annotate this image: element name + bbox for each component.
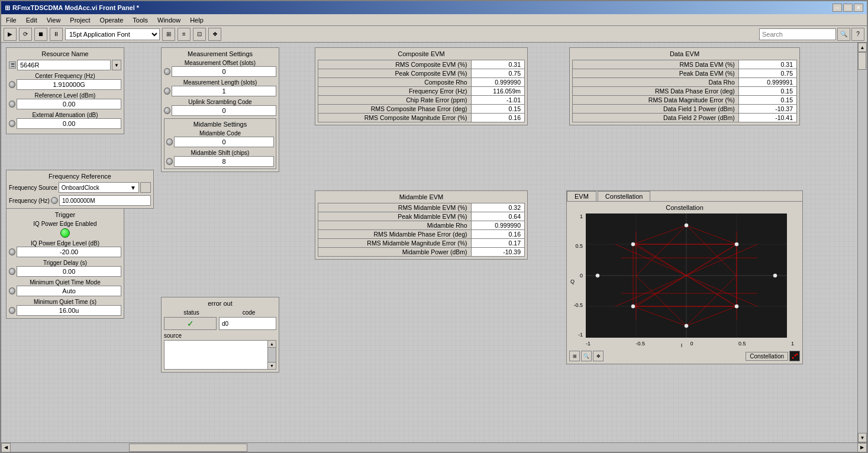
app-icon: ⊞ — [5, 4, 10, 12]
min-quiet-mode-knob[interactable] — [9, 287, 15, 295]
distribute-button[interactable]: ≡ — [178, 28, 191, 41]
scrambling-value[interactable]: 0 — [172, 105, 276, 116]
menu-view[interactable]: View — [44, 16, 63, 24]
data-evm-value-0: 0.31 — [738, 60, 796, 69]
grid-btn[interactable]: ⊞ — [569, 351, 580, 361]
run-continuously-button[interactable]: ⟳ — [19, 28, 32, 41]
table-row: RMS Data Phase Error (deg) 0.15 — [573, 87, 797, 96]
ext-atten-value[interactable]: 0.00 — [17, 118, 121, 129]
zoom-btn[interactable]: 🔍 — [581, 351, 592, 361]
freq-source-value[interactable]: OnboardClock▼ — [59, 182, 139, 193]
help-button[interactable]: ? — [851, 28, 864, 41]
min-quiet-mode-value[interactable]: Auto — [17, 286, 121, 296]
midamble-settings-panel: Midamble Settings Midamble Code 0 Midamb… — [164, 118, 276, 169]
ref-level-knob[interactable] — [9, 101, 15, 108]
svg-point-17 — [795, 355, 796, 357]
meas-offset-value[interactable]: 0 — [172, 66, 276, 77]
resource-name-value[interactable]: 5646R — [17, 60, 111, 70]
freq-hz-value[interactable]: 10.000000M — [59, 195, 151, 206]
meas-length-value[interactable]: 1 — [172, 86, 276, 96]
svg-point-13 — [596, 274, 599, 277]
ext-atten-knob[interactable] — [9, 120, 15, 127]
constellation-tab[interactable]: Constellation — [598, 191, 651, 201]
svg-point-10 — [735, 305, 738, 308]
svg-point-9 — [631, 305, 635, 308]
center-freq-value[interactable]: 1.910000G — [17, 79, 121, 90]
data-evm-label-5: Data Field 1 Power (dBm) — [573, 105, 739, 114]
iq-power-value[interactable]: -20.00 — [17, 247, 121, 257]
midamble-shift-knob[interactable] — [166, 158, 173, 165]
resource-icon: ☰ — [9, 62, 16, 69]
data-evm-value-1: 0.75 — [738, 69, 796, 78]
menu-edit[interactable]: Edit — [24, 16, 40, 24]
iq-power-knob[interactable] — [9, 248, 15, 255]
meas-length-knob[interactable] — [164, 88, 170, 95]
center-freq-knob[interactable] — [9, 81, 15, 88]
midamble-evm-label-5: Midamble Power (dBm) — [318, 248, 472, 257]
midamble-code-knob[interactable] — [166, 138, 173, 145]
trigger-delay-value[interactable]: 0.00 — [17, 266, 121, 277]
data-evm-value-3: 0.15 — [738, 87, 796, 96]
scroll-right-button[interactable]: ▶ — [857, 443, 867, 452]
search-area: 🔍 ? — [759, 28, 864, 41]
menu-window[interactable]: Window — [155, 16, 183, 24]
scrambling-label: Uplink Scrambling Code — [164, 99, 276, 105]
meas-offset-knob[interactable] — [164, 68, 170, 75]
trigger-delay-knob[interactable] — [9, 268, 15, 275]
menu-tools[interactable]: Tools — [130, 16, 150, 24]
ref-level-value[interactable]: 0.00 — [17, 99, 121, 109]
run-arrow-button[interactable]: ▶ — [4, 28, 17, 41]
menu-operate[interactable]: Operate — [98, 16, 126, 24]
scroll-up-button[interactable]: ▲ — [858, 43, 867, 52]
midamble-shift-value[interactable]: 8 — [174, 156, 274, 167]
pan-btn[interactable]: ✥ — [593, 351, 604, 361]
pause-button[interactable]: ⏸ — [50, 28, 63, 41]
maximize-button[interactable]: □ — [843, 4, 853, 12]
error-source-label: source — [164, 332, 276, 339]
search-input[interactable] — [759, 28, 836, 40]
midamble-evm-label-1: Peak Midamble EVM (%) — [318, 212, 472, 221]
scroll-down-btn[interactable]: ▼ — [268, 362, 276, 369]
resource-dropdown[interactable]: ▼ — [112, 60, 121, 70]
scroll-thumb[interactable] — [858, 52, 866, 70]
h-scroll-thumb[interactable] — [129, 444, 247, 452]
minimize-button[interactable]: ─ — [832, 4, 842, 12]
composite-evm-value-0: 0.31 — [471, 60, 524, 69]
freq-source-btn[interactable] — [140, 182, 151, 193]
align-button[interactable]: ⊞ — [162, 28, 175, 41]
scroll-left-button[interactable]: ◀ — [1, 443, 11, 452]
min-quiet-time-knob[interactable] — [9, 307, 15, 314]
scroll-down-button[interactable]: ▼ — [858, 433, 867, 442]
scrambling-knob[interactable] — [164, 107, 170, 114]
menu-project[interactable]: Project — [67, 16, 92, 24]
data-evm-label-1: Peak Data EVM (%) — [573, 69, 739, 78]
reorder-button[interactable]: ❖ — [208, 28, 221, 41]
constellation-label-btn[interactable]: Constellation — [746, 352, 788, 361]
table-row: Peak Midamble EVM (%) 0.64 — [318, 212, 525, 221]
abort-button[interactable]: ⏹ — [34, 28, 47, 41]
search-button[interactable]: 🔍 — [837, 28, 850, 41]
ext-atten-label: External Attenuation (dB) — [9, 112, 121, 118]
menu-help[interactable]: Help — [188, 16, 206, 24]
evm-tab[interactable]: EVM — [567, 191, 596, 201]
composite-evm-value-5: 0.15 — [471, 105, 524, 114]
composite-evm-label-4: Chip Rate Error (ppm) — [318, 96, 472, 105]
iq-power-led[interactable] — [60, 228, 70, 238]
freq-hz-knob[interactable] — [51, 197, 58, 204]
font-select[interactable]: 15pt Application Font — [65, 28, 160, 40]
min-quiet-time-value[interactable]: 16.00u — [17, 305, 121, 316]
table-row: RMS Midamble EVM (%) 0.32 — [318, 203, 525, 212]
midamble-code-value[interactable]: 0 — [174, 137, 274, 147]
tab-bar: EVM Constellation — [567, 191, 802, 202]
midamble-evm-label-2: Midamble Rho — [318, 221, 472, 230]
close-button[interactable]: ✕ — [854, 4, 863, 12]
scroll-up-btn[interactable]: ▲ — [268, 341, 276, 348]
resource-name-title: Resource Name — [9, 50, 121, 57]
ref-level-label: Reference Level (dBm) — [9, 92, 121, 99]
menu-file[interactable]: File — [4, 16, 19, 24]
error-code-label: code — [221, 309, 276, 316]
svg-point-12 — [685, 324, 688, 328]
resize-button[interactable]: ⊡ — [193, 28, 206, 41]
midamble-evm-label-0: RMS Midamble EVM (%) — [318, 203, 472, 212]
meas-length-label: Measurement Length (slots) — [164, 79, 276, 86]
